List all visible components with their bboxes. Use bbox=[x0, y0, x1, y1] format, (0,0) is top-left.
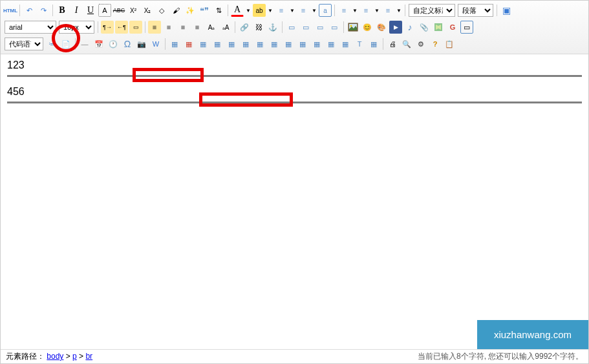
rowspacing-top-icon[interactable]: ≡ bbox=[337, 4, 350, 17]
path-br-link[interactable]: br bbox=[85, 352, 92, 361]
source-button[interactable]: HTML bbox=[4, 4, 17, 17]
backcolor-icon[interactable]: ab bbox=[253, 4, 266, 17]
touppercase-icon[interactable]: Aₐ bbox=[205, 21, 218, 34]
direction-center-icon[interactable]: ▭ bbox=[129, 21, 142, 34]
undo-icon[interactable]: ↶ bbox=[23, 4, 36, 17]
date-icon[interactable]: 📅 bbox=[92, 37, 105, 50]
map-icon[interactable] bbox=[432, 21, 445, 34]
image-none-icon[interactable]: ▭ bbox=[328, 21, 341, 34]
image-center-icon[interactable]: ▭ bbox=[314, 21, 327, 34]
direction-ltr-icon[interactable]: ¶→ bbox=[101, 21, 114, 34]
insertcode-icon[interactable]: ≔ bbox=[45, 37, 58, 50]
redo-icon[interactable]: ↷ bbox=[37, 4, 50, 17]
delete-caption-icon[interactable]: T bbox=[353, 37, 366, 50]
insert-table-icon[interactable]: ▦ bbox=[168, 37, 181, 50]
gmap-icon[interactable]: G bbox=[446, 21, 459, 34]
scrawl-icon[interactable]: 🎨 bbox=[375, 21, 388, 34]
font-size-select[interactable]: 16px bbox=[59, 21, 94, 34]
spechars-icon[interactable]: Ω bbox=[121, 37, 134, 50]
split-cols-icon[interactable]: ▦ bbox=[339, 37, 352, 50]
align-justify-icon[interactable]: ≡ bbox=[191, 21, 204, 34]
forecolor-icon[interactable]: A bbox=[231, 4, 244, 17]
image-left-icon[interactable]: ▭ bbox=[285, 21, 298, 34]
selectall-icon[interactable]: a bbox=[319, 4, 332, 17]
delete-row-icon[interactable]: ▦ bbox=[225, 37, 238, 50]
separator bbox=[405, 5, 405, 16]
insert-col-icon[interactable]: ▦ bbox=[239, 37, 252, 50]
strikethrough-icon[interactable]: ABC bbox=[112, 4, 125, 17]
music-icon[interactable]: ♪ bbox=[403, 21, 416, 34]
delete-col-icon[interactable]: ▦ bbox=[253, 37, 266, 50]
toolbar-row-2: arial 16px ¶→ ←¶ ▭ ≡ ≡ ≡ ≡ Aₐ ₐA 🔗 ⛓ ⚓ ▭… bbox=[3, 19, 586, 36]
fontborder-icon[interactable]: A bbox=[98, 4, 111, 17]
merge-down-icon[interactable]: ▦ bbox=[296, 37, 309, 50]
lineheight-icon[interactable]: ≡ bbox=[381, 4, 394, 17]
underline-icon[interactable]: U bbox=[84, 4, 97, 17]
path-p-link[interactable]: p bbox=[72, 352, 77, 361]
italic-icon[interactable]: I bbox=[70, 4, 83, 17]
blockquote-icon[interactable]: ❝❞ bbox=[198, 4, 211, 17]
unlink-icon[interactable]: ⛓ bbox=[252, 21, 265, 34]
align-left-icon[interactable]: ≡ bbox=[148, 21, 161, 34]
fullscreen-icon[interactable]: ▣ bbox=[500, 4, 513, 17]
bold-icon[interactable]: B bbox=[56, 4, 69, 17]
time-icon[interactable]: 🕐 bbox=[107, 37, 120, 50]
insert-image-icon[interactable] bbox=[347, 21, 359, 34]
superscript-icon[interactable]: X² bbox=[127, 4, 140, 17]
preview-icon[interactable]: ⚙ bbox=[414, 37, 427, 50]
rowspacing-top-dropdown-icon[interactable]: ▼ bbox=[352, 4, 358, 17]
snapscreen-icon[interactable]: 📷 bbox=[135, 37, 148, 50]
align-right-icon[interactable]: ≡ bbox=[177, 21, 189, 34]
path-body-link[interactable]: body bbox=[47, 352, 63, 361]
unordered-list-icon[interactable]: ≡ bbox=[297, 4, 310, 17]
help-icon[interactable]: ? bbox=[429, 37, 442, 50]
autotypeset-icon[interactable]: ✨ bbox=[184, 4, 197, 17]
font-family-select[interactable]: arial bbox=[5, 21, 56, 34]
drafts-icon[interactable]: 📋 bbox=[443, 37, 456, 50]
insert-paragraph-before-icon[interactable]: ▦ bbox=[197, 37, 209, 50]
link-icon[interactable]: 🔗 bbox=[238, 21, 251, 34]
separator bbox=[282, 21, 283, 33]
delete-table-icon[interactable]: ▦ bbox=[182, 37, 195, 50]
merge-cells-icon[interactable]: ▦ bbox=[268, 37, 281, 50]
image-right-icon[interactable]: ▭ bbox=[299, 21, 312, 34]
horizontal-rule-icon[interactable]: — bbox=[78, 37, 91, 50]
formatmatch-icon[interactable]: 🖌 bbox=[169, 4, 182, 17]
attachment-icon[interactable]: 📎 bbox=[418, 21, 431, 34]
template-icon[interactable]: 📄 bbox=[59, 37, 72, 50]
print-icon[interactable]: 🖨 bbox=[386, 37, 399, 50]
insert-row-icon[interactable]: ▦ bbox=[211, 37, 224, 50]
code-language-select[interactable]: 代码语言 bbox=[5, 37, 43, 50]
unordered-list-dropdown-icon[interactable]: ▼ bbox=[311, 4, 317, 17]
emotion-icon[interactable]: 😊 bbox=[361, 21, 374, 34]
subscript-icon[interactable]: X₂ bbox=[141, 4, 154, 17]
separator bbox=[165, 38, 166, 50]
tolowercase-icon[interactable]: ₐA bbox=[219, 21, 232, 34]
search-replace-icon[interactable]: 🔍 bbox=[400, 37, 413, 50]
ordered-list-icon[interactable]: ≡ bbox=[275, 4, 288, 17]
lineheight-dropdown-icon[interactable]: ▼ bbox=[396, 4, 402, 17]
insert-frame-icon[interactable]: ▭ bbox=[460, 21, 473, 34]
align-center-icon[interactable]: ≡ bbox=[162, 21, 175, 34]
merge-right-icon[interactable]: ▦ bbox=[282, 37, 295, 50]
editor-content-area[interactable]: 123 456 bbox=[1, 54, 588, 339]
custom-heading-select[interactable]: 自定义标题 bbox=[409, 4, 455, 17]
wordimage-icon[interactable]: W bbox=[149, 37, 162, 50]
removeformat-icon[interactable]: ◇ bbox=[155, 4, 168, 17]
rowspacing-bottom-dropdown-icon[interactable]: ▼ bbox=[374, 4, 380, 17]
split-cells-icon[interactable]: ▦ bbox=[310, 37, 323, 50]
rowspacing-bottom-icon[interactable]: ≡ bbox=[359, 4, 372, 17]
anchor-icon[interactable]: ⚓ bbox=[266, 21, 279, 34]
separator bbox=[19, 5, 20, 16]
backcolor-dropdown-icon[interactable]: ▼ bbox=[267, 4, 273, 17]
direction-rtl-icon[interactable]: ←¶ bbox=[115, 21, 128, 34]
forecolor-dropdown-icon[interactable]: ▼ bbox=[245, 4, 252, 17]
ordered-list-dropdown-icon[interactable]: ▼ bbox=[289, 4, 295, 17]
status-bar: 元素路径： body > p > br 当前已输入8个字符, 您还可以输入999… bbox=[1, 349, 588, 363]
toolbar: HTML ↶ ↷ B I U A ABC X² X₂ ◇ 🖌 ✨ ❝❞ ⇅ A … bbox=[1, 1, 588, 54]
insert-video-icon[interactable]: ▶ bbox=[389, 21, 402, 34]
paragraph-select[interactable]: 段落 bbox=[458, 4, 493, 17]
pasteplain-icon[interactable]: ⇅ bbox=[212, 4, 225, 17]
split-rows-icon[interactable]: ▦ bbox=[325, 37, 337, 50]
insert-title-icon[interactable]: ▦ bbox=[367, 37, 380, 50]
